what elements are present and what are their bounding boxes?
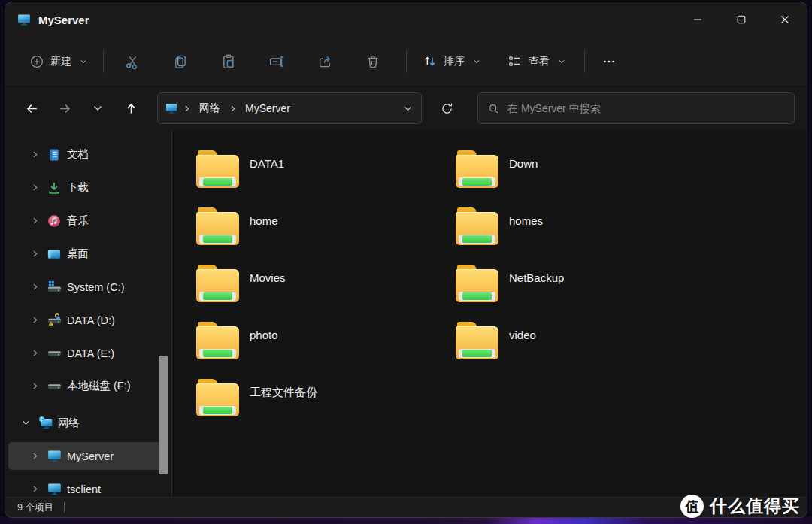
sidebar: 文档 下载 音乐 桌面 System (C:)	[5, 130, 172, 497]
chevron-right-icon	[30, 183, 40, 192]
folder-tiles: DATA1 Down home homes Movies	[196, 150, 807, 418]
sidebar-item-label: DATA (E:)	[67, 347, 114, 359]
up-button[interactable]	[117, 94, 145, 123]
sidebar-item-myserver[interactable]: MyServer	[8, 442, 168, 470]
folder-item-netbackup[interactable]: NetBackup	[456, 265, 715, 304]
folder-icon	[196, 207, 239, 245]
plus-circle-icon	[29, 54, 44, 69]
toolbar-separator	[103, 50, 104, 73]
address-bar[interactable]: 网络 MyServer	[157, 92, 422, 124]
sidebar-item-system-c[interactable]: System (C:)	[8, 273, 168, 301]
view-button[interactable]: 查看	[499, 47, 574, 75]
address-dropdown-icon[interactable]	[402, 103, 414, 114]
toolbar-separator	[406, 50, 407, 73]
close-icon	[777, 12, 792, 27]
folder-item-project-backup[interactable]: 工程文件备份	[196, 379, 456, 418]
sidebar-item-data-e[interactable]: DATA (E:)	[8, 339, 168, 367]
music-icon	[46, 214, 62, 228]
chevron-down-icon	[472, 57, 481, 66]
back-icon	[24, 101, 40, 117]
sidebar-item-network[interactable]: 网络	[8, 409, 168, 437]
items-count: 9 个项目	[17, 501, 53, 514]
new-button[interactable]: 新建	[22, 48, 95, 75]
breadcrumb-myserver[interactable]: MyServer	[242, 100, 293, 117]
search-box[interactable]	[477, 92, 795, 124]
sort-button[interactable]: 排序	[414, 47, 489, 75]
drive-icon	[46, 379, 62, 393]
folder-icon	[196, 150, 239, 188]
sort-icon	[422, 53, 438, 69]
main-area: 文档 下载 音乐 桌面 System (C:)	[5, 130, 807, 497]
computer-icon	[46, 482, 62, 496]
search-input[interactable]	[508, 102, 785, 114]
cut-button[interactable]	[116, 47, 149, 77]
back-button[interactable]	[17, 94, 46, 123]
sidebar-item-label: MyServer	[67, 450, 114, 462]
paste-button[interactable]	[212, 47, 245, 77]
refresh-button[interactable]	[432, 94, 461, 123]
toolbar-separator	[584, 50, 585, 73]
sidebar-item-local-disk-f[interactable]: 本地磁盘 (F:)	[8, 372, 168, 400]
folder-item-home[interactable]: home	[196, 207, 456, 247]
folder-label: NetBackup	[509, 271, 564, 284]
folder-icon	[196, 322, 239, 359]
sidebar-item-desktop[interactable]: 桌面	[8, 240, 168, 268]
document-icon	[46, 148, 62, 162]
sidebar-item-downloads[interactable]: 下载	[8, 174, 168, 201]
share-icon	[317, 53, 333, 70]
share-button[interactable]	[308, 47, 341, 77]
desktop-icon	[46, 247, 62, 261]
folder-icon	[456, 322, 498, 359]
forward-button[interactable]	[50, 94, 79, 123]
copy-icon	[172, 53, 189, 70]
chevron-down-icon	[21, 418, 31, 428]
folder-icon	[456, 207, 498, 245]
sidebar-scrollbar[interactable]	[159, 356, 168, 474]
rename-icon	[268, 53, 285, 70]
chevron-down-icon	[79, 57, 88, 66]
maximize-button[interactable]	[720, 2, 763, 37]
window-title: MyServer	[38, 14, 89, 26]
copy-button[interactable]	[164, 47, 197, 77]
folder-item-movies[interactable]: Movies	[196, 265, 456, 304]
drive-bitlocker-icon	[46, 313, 62, 327]
folder-item-video[interactable]: video	[456, 322, 715, 361]
sidebar-item-label: 桌面	[67, 247, 89, 261]
close-button[interactable]	[763, 2, 807, 37]
more-icon	[601, 54, 617, 69]
folder-label: 工程文件备份	[250, 386, 317, 400]
drive-icon	[46, 346, 62, 360]
folder-item-photo[interactable]: photo	[196, 322, 456, 361]
computer-icon	[17, 13, 31, 26]
sidebar-item-music[interactable]: 音乐	[8, 207, 168, 235]
breadcrumb-network[interactable]: 网络	[196, 99, 223, 117]
folder-item-data1[interactable]: DATA1	[196, 150, 456, 189]
maximize-icon	[734, 12, 749, 27]
sidebar-item-label: 文档	[67, 147, 89, 162]
sort-button-label: 排序	[444, 55, 465, 68]
minimize-button[interactable]	[676, 2, 720, 37]
delete-icon	[365, 53, 381, 70]
cut-icon	[124, 53, 141, 70]
recent-locations-button[interactable]	[83, 94, 112, 123]
chevron-right-icon	[30, 216, 40, 226]
command-bar: 新建 排序 查看	[5, 37, 807, 86]
breadcrumb-separator-icon	[228, 104, 238, 114]
breadcrumb-separator-icon	[182, 104, 192, 114]
new-button-label: 新建	[50, 55, 71, 68]
forward-icon	[57, 101, 73, 117]
rename-button[interactable]	[260, 47, 293, 77]
delete-button[interactable]	[356, 47, 389, 77]
sidebar-item-data-d[interactable]: DATA (D:)	[8, 306, 168, 334]
sidebar-item-documents[interactable]: 文档	[8, 141, 168, 168]
smzdm-logo-icon: 值	[680, 495, 704, 518]
folder-item-down[interactable]: Down	[456, 150, 715, 189]
folder-icon	[196, 379, 239, 416]
folder-item-homes[interactable]: homes	[456, 207, 715, 247]
chevron-right-icon	[30, 249, 40, 259]
paste-icon	[220, 53, 237, 70]
chevron-right-icon	[30, 315, 40, 325]
titlebar: MyServer	[5, 2, 807, 37]
sidebar-item-tsclient[interactable]: tsclient	[8, 475, 168, 497]
more-options-button[interactable]	[592, 47, 626, 77]
